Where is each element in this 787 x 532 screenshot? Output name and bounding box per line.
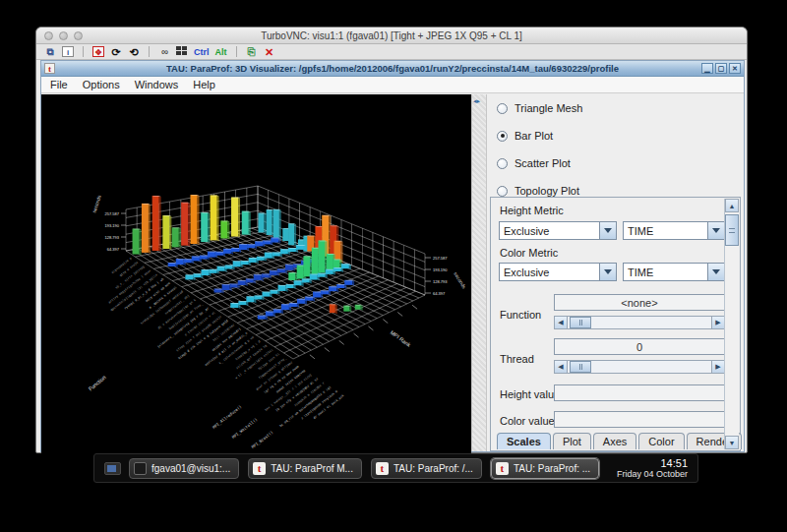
chevron-down-icon[interactable] <box>599 264 616 280</box>
ctrl-key-button[interactable]: Ctrl <box>194 47 210 57</box>
app-titlebar: t TAU: ParaProf: 3D Visualizer: /gpfs1/h… <box>41 61 744 77</box>
clock-time: 14:51 <box>617 457 688 469</box>
function-label: Function <box>500 309 541 321</box>
connection-options-icon[interactable]: ⧉ <box>44 46 56 58</box>
tau-icon: t <box>253 462 266 475</box>
vnc-toolbar: ⧉ i ✥ ⟳ ⟲ ∞ Ctrl Alt ⎘ ✕ <box>36 44 747 60</box>
clock-date: Friday 04 October <box>617 469 688 479</box>
radio-scatter-plot[interactable]: Scatter Plot <box>497 157 571 169</box>
radio-label: Bar Plot <box>515 130 553 142</box>
taskbar-item-paraprof-manager[interactable]: t TAU: ParaProf M... <box>248 458 362 479</box>
tab-axes[interactable]: Axes <box>593 433 636 449</box>
zoom-button[interactable] <box>74 31 83 40</box>
keys-icon[interactable]: ∞ <box>158 46 170 58</box>
disconnect-icon[interactable]: ✕ <box>264 46 275 58</box>
taskbar-item-terminal[interactable]: fgava01@visu1:... <box>129 458 239 479</box>
toolbar-separator <box>149 46 150 57</box>
radio-triangle-mesh[interactable]: Triangle Mesh <box>497 102 582 114</box>
menu-windows[interactable]: Windows <box>135 79 179 90</box>
thread-value-field: 0 <box>554 338 725 355</box>
radio-icon[interactable] <box>497 131 508 142</box>
slider-track[interactable] <box>568 361 711 373</box>
clipboard-transfer-icon[interactable]: ⎘ <box>246 46 258 58</box>
taskbar-item-paraprof-visualizer[interactable]: t TAU: ParaProf: ... <box>491 458 599 479</box>
tau-icon: t <box>376 462 389 475</box>
chevron-down-icon[interactable] <box>707 222 724 239</box>
scroll-down-icon[interactable]: ▼ <box>725 436 739 449</box>
slider-right-arrow-icon[interactable]: ▶ <box>711 317 724 328</box>
tab-scales[interactable]: Scales <box>497 433 551 449</box>
menu-options[interactable]: Options <box>83 79 120 90</box>
app-maximize-button[interactable]: ▢ <box>715 63 727 74</box>
radio-icon[interactable] <box>497 158 508 169</box>
height-value-field <box>554 384 725 401</box>
chevron-down-icon[interactable] <box>707 264 724 280</box>
slider-thumb[interactable] <box>570 317 591 328</box>
color-metric-label: Color Metric <box>500 247 558 259</box>
thread-slider[interactable]: ◀ ▶ <box>554 360 725 374</box>
close-button[interactable] <box>44 31 53 40</box>
slider-left-arrow-icon[interactable]: ◀ <box>555 361 568 373</box>
svg-text:128.793: 128.793 <box>433 279 448 284</box>
combo-value: TIME <box>624 225 707 237</box>
terminal-icon <box>134 462 147 475</box>
slider-thumb[interactable] <box>570 361 591 373</box>
radio-label: Scatter Plot <box>515 157 571 169</box>
tau-icon: t <box>496 462 509 475</box>
svg-text:193.190: 193.190 <box>433 267 448 272</box>
vnc-titlebar: TurboVNC: visu1:1 (fgava01) [Tight + JPE… <box>36 28 747 44</box>
toolbar-separator <box>83 46 84 57</box>
windows-key-icon[interactable] <box>176 46 188 58</box>
toolbar-separator <box>236 46 237 57</box>
slider-track[interactable] <box>568 317 711 328</box>
svg-text:128.793: 128.793 <box>105 235 120 240</box>
color-metric-combobox[interactable]: TIME <box>623 263 725 281</box>
fullscreen-icon[interactable]: ✥ <box>92 46 104 57</box>
combo-value: TIME <box>624 266 707 278</box>
slider-left-arrow-icon[interactable]: ◀ <box>555 317 568 328</box>
svg-text:257.587: 257.587 <box>105 211 120 216</box>
app-close-button[interactable]: ✕ <box>729 63 741 74</box>
height-metric-combobox[interactable]: TIME <box>623 221 725 240</box>
tab-plot[interactable]: Plot <box>553 433 591 449</box>
taskbar-item-paraprof-profile[interactable]: t TAU: ParaProf: /... <box>371 458 482 479</box>
split-divider[interactable]: ◂▸ <box>471 94 487 451</box>
alt-key-button[interactable]: Alt <box>215 47 227 57</box>
radio-icon[interactable] <box>497 186 508 197</box>
radio-topology-plot[interactable]: Topology Plot <box>497 185 579 197</box>
radio-bar-plot[interactable]: Bar Plot <box>497 130 553 142</box>
plot-3d-canvas[interactable]: ulgvepkp)ze pqtsy m knuje sb_x_ s(r)x jp… <box>41 94 471 451</box>
request-refresh-icon[interactable]: ⟲ <box>128 46 140 58</box>
taskbar-item-label: TAU: ParaProf: ... <box>514 463 590 474</box>
slider-right-arrow-icon[interactable]: ▶ <box>711 361 724 373</box>
function-value-field: <none> <box>554 294 725 311</box>
radio-icon[interactable] <box>497 103 508 114</box>
vnc-window: TurboVNC: visu1:1 (fgava01) [Tight + JPE… <box>35 27 748 453</box>
split-arrows-icon[interactable]: ◂▸ <box>473 97 480 104</box>
refresh-icon[interactable]: ⟳ <box>110 46 122 58</box>
color-metric-type-combobox[interactable]: Exclusive <box>499 263 617 281</box>
vertical-scrollbar[interactable]: ▲ ▼ <box>724 199 739 449</box>
svg-text:64.397: 64.397 <box>433 291 446 296</box>
scrollbar-thumb[interactable] <box>725 214 739 246</box>
thread-label: Thread <box>500 353 534 365</box>
menu-file[interactable]: File <box>50 79 68 90</box>
height-metric-type-combobox[interactable]: Exclusive <box>499 221 617 240</box>
function-slider[interactable]: ◀ ▶ <box>554 316 725 329</box>
app-minimize-button[interactable]: ▁ <box>701 63 713 74</box>
bottom-tabs: Scales Plot Axes Color Render <box>497 433 744 449</box>
menu-help[interactable]: Help <box>193 79 215 90</box>
svg-text:64.397: 64.397 <box>107 247 120 252</box>
tab-color[interactable]: Color <box>638 433 684 449</box>
display-settings-icon[interactable] <box>104 462 121 475</box>
combo-value: Exclusive <box>500 266 599 278</box>
chevron-down-icon[interactable] <box>599 222 616 239</box>
taskbar-item-label: TAU: ParaProf M... <box>271 463 353 474</box>
paraprof-window: t TAU: ParaProf: 3D Visualizer: /gpfs1/h… <box>40 60 745 452</box>
connection-info-icon[interactable]: i <box>62 46 74 57</box>
metric-scroll-panel: Height Metric Exclusive TIME Color Metri… <box>490 197 741 451</box>
scroll-up-icon[interactable]: ▲ <box>725 199 739 212</box>
taskbar-item-label: TAU: ParaProf: /... <box>394 463 473 474</box>
minimize-button[interactable] <box>59 31 68 40</box>
combo-value: Exclusive <box>500 225 599 237</box>
